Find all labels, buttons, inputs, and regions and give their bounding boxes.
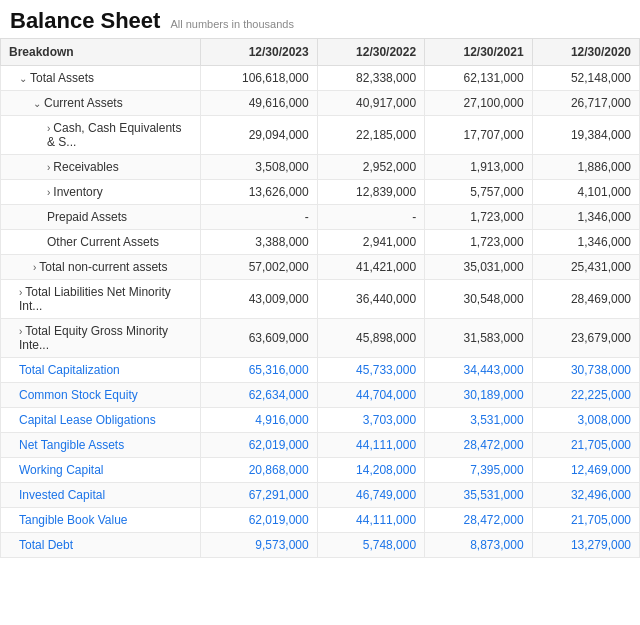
label-text: Cash, Cash Equivalents & S...	[47, 121, 181, 149]
table-row: Total Capitalization65,316,00045,733,000…	[1, 358, 640, 383]
row-label[interactable]: Inventory	[1, 180, 201, 205]
cell-value: 4,101,000	[532, 180, 639, 205]
cell-value: 5,748,000	[317, 533, 424, 558]
cell-value: 3,508,000	[201, 155, 318, 180]
table-row[interactable]: Total Assets106,618,00082,338,00062,131,…	[1, 66, 640, 91]
cell-value: 62,634,000	[201, 383, 318, 408]
page-title: Balance Sheet	[10, 8, 160, 34]
cell-value: 13,279,000	[532, 533, 639, 558]
cell-value: 25,431,000	[532, 255, 639, 280]
cell-value: 63,609,000	[201, 319, 318, 358]
row-label: Capital Lease Obligations	[1, 408, 201, 433]
cell-value: 43,009,000	[201, 280, 318, 319]
cell-value: 45,898,000	[317, 319, 424, 358]
cell-value: 1,913,000	[425, 155, 532, 180]
chevron-right-icon	[19, 287, 22, 298]
table-header: Breakdown 12/30/2023 12/30/2022 12/30/20…	[1, 39, 640, 66]
label-text: Prepaid Assets	[47, 210, 127, 224]
cell-value: 34,443,000	[425, 358, 532, 383]
cell-value: 1,346,000	[532, 230, 639, 255]
label-text: Total Capitalization	[19, 363, 120, 377]
cell-value: 31,583,000	[425, 319, 532, 358]
chevron-down-icon	[19, 73, 27, 84]
row-label: Invested Capital	[1, 483, 201, 508]
label-text: Capital Lease Obligations	[19, 413, 156, 427]
label-text: Total Debt	[19, 538, 73, 552]
row-label[interactable]: Total non-current assets	[1, 255, 201, 280]
cell-value: 22,185,000	[317, 116, 424, 155]
cell-value: 2,952,000	[317, 155, 424, 180]
table-row[interactable]: Current Assets49,616,00040,917,00027,100…	[1, 91, 640, 116]
row-label: Common Stock Equity	[1, 383, 201, 408]
cell-value: 62,019,000	[201, 508, 318, 533]
cell-value: 46,749,000	[317, 483, 424, 508]
cell-value: 30,738,000	[532, 358, 639, 383]
label-text: Other Current Assets	[47, 235, 159, 249]
table-row: Net Tangible Assets62,019,00044,111,0002…	[1, 433, 640, 458]
table-row: Invested Capital67,291,00046,749,00035,5…	[1, 483, 640, 508]
col-2022: 12/30/2022	[317, 39, 424, 66]
row-label[interactable]: Total Assets	[1, 66, 201, 91]
cell-value: 7,395,000	[425, 458, 532, 483]
cell-value: 14,208,000	[317, 458, 424, 483]
table-body: Total Assets106,618,00082,338,00062,131,…	[1, 66, 640, 558]
chevron-right-icon	[19, 326, 22, 337]
table-row[interactable]: Total Liabilities Net Minority Int...43,…	[1, 280, 640, 319]
row-label[interactable]: Receivables	[1, 155, 201, 180]
table-row[interactable]: Inventory13,626,00012,839,0005,757,0004,…	[1, 180, 640, 205]
row-label: Prepaid Assets	[1, 205, 201, 230]
cell-value: 30,189,000	[425, 383, 532, 408]
label-text: Total Equity Gross Minority Inte...	[19, 324, 168, 352]
chevron-right-icon	[33, 262, 36, 273]
table-row[interactable]: Total Equity Gross Minority Inte...63,60…	[1, 319, 640, 358]
cell-value: 82,338,000	[317, 66, 424, 91]
cell-value: 35,531,000	[425, 483, 532, 508]
cell-value: 21,705,000	[532, 433, 639, 458]
label-text: Tangible Book Value	[19, 513, 128, 527]
table-row[interactable]: Total non-current assets57,002,00041,421…	[1, 255, 640, 280]
cell-value: 41,421,000	[317, 255, 424, 280]
cell-value: 49,616,000	[201, 91, 318, 116]
row-label[interactable]: Current Assets	[1, 91, 201, 116]
label-text: Common Stock Equity	[19, 388, 138, 402]
cell-value: 106,618,000	[201, 66, 318, 91]
row-label: Total Capitalization	[1, 358, 201, 383]
cell-value: 45,733,000	[317, 358, 424, 383]
table-row: Other Current Assets3,388,0002,941,0001,…	[1, 230, 640, 255]
label-text: Invested Capital	[19, 488, 105, 502]
row-label: Total Debt	[1, 533, 201, 558]
cell-value: 21,705,000	[532, 508, 639, 533]
cell-value: 30,548,000	[425, 280, 532, 319]
cell-value: 62,131,000	[425, 66, 532, 91]
table-row: Common Stock Equity62,634,00044,704,0003…	[1, 383, 640, 408]
cell-value: 28,469,000	[532, 280, 639, 319]
cell-value: 12,469,000	[532, 458, 639, 483]
row-label[interactable]: Total Equity Gross Minority Inte...	[1, 319, 201, 358]
cell-value: 1,723,000	[425, 205, 532, 230]
cell-value: 67,291,000	[201, 483, 318, 508]
cell-value: 1,886,000	[532, 155, 639, 180]
cell-value: 65,316,000	[201, 358, 318, 383]
row-label: Net Tangible Assets	[1, 433, 201, 458]
table-row: Prepaid Assets--1,723,0001,346,000	[1, 205, 640, 230]
cell-value: 9,573,000	[201, 533, 318, 558]
row-label: Working Capital	[1, 458, 201, 483]
label-text: Current Assets	[44, 96, 123, 110]
label-text: Net Tangible Assets	[19, 438, 124, 452]
row-label[interactable]: Cash, Cash Equivalents & S...	[1, 116, 201, 155]
cell-value: -	[317, 205, 424, 230]
cell-value: 12,839,000	[317, 180, 424, 205]
cell-value: 17,707,000	[425, 116, 532, 155]
cell-value: 20,868,000	[201, 458, 318, 483]
row-label: Other Current Assets	[1, 230, 201, 255]
cell-value: 35,031,000	[425, 255, 532, 280]
table-row[interactable]: Cash, Cash Equivalents & S...29,094,0002…	[1, 116, 640, 155]
balance-sheet-table: Breakdown 12/30/2023 12/30/2022 12/30/20…	[0, 38, 640, 558]
table-row: Total Debt9,573,0005,748,0008,873,00013,…	[1, 533, 640, 558]
row-label[interactable]: Total Liabilities Net Minority Int...	[1, 280, 201, 319]
cell-value: 3,531,000	[425, 408, 532, 433]
cell-value: 44,704,000	[317, 383, 424, 408]
table-row[interactable]: Receivables3,508,0002,952,0001,913,0001,…	[1, 155, 640, 180]
header-row: Breakdown 12/30/2023 12/30/2022 12/30/20…	[1, 39, 640, 66]
cell-value: 4,916,000	[201, 408, 318, 433]
